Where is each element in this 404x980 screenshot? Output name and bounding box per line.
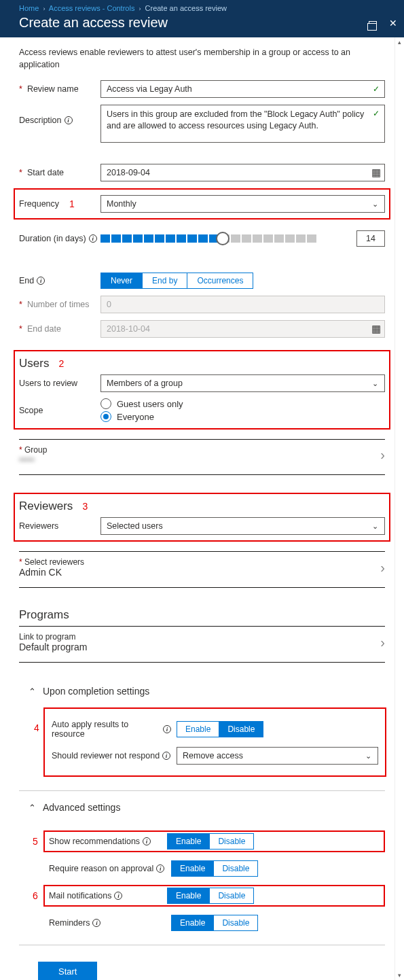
users-to-review-label: Users to review [19, 379, 77, 388]
close-icon[interactable]: ✕ [389, 18, 397, 28]
description-input[interactable]: Users in this group are excluded from th… [100, 105, 385, 143]
end-occurrences-button[interactable]: Occurrences [187, 273, 253, 289]
show-rec-enable[interactable]: Enable [167, 833, 210, 850]
check-icon: ✓ [373, 109, 380, 118]
no-respond-label: Should reviewer not respond [52, 751, 160, 760]
chevron-right-icon: › [380, 447, 385, 463]
reminders-disable[interactable]: Disable [213, 915, 258, 931]
frequency-select[interactable]: Monthly [100, 195, 385, 213]
start-button[interactable]: Start [38, 962, 97, 980]
reviewers-select[interactable]: Selected users [100, 517, 385, 535]
breadcrumb-home[interactable]: Home [19, 4, 39, 12]
scroll-down-icon[interactable]: ▾ [397, 970, 403, 980]
scope-label: Scope [19, 406, 43, 415]
info-icon[interactable]: i [156, 864, 164, 873]
programs-heading: Programs [19, 608, 385, 622]
title-bar: Home › Access reviews - Controls › Creat… [0, 0, 404, 37]
start-date-label: Start date [27, 168, 64, 177]
chevron-up-icon: ⌃ [29, 686, 36, 697]
show-rec-disable[interactable]: Disable [209, 833, 254, 850]
mail-notif-disable[interactable]: Disable [209, 888, 254, 904]
info-icon[interactable]: i [92, 919, 100, 927]
breadcrumb-current: Create an access review [145, 4, 227, 12]
marker-4: 4 [34, 722, 46, 733]
calendar-icon[interactable]: ▦ [371, 167, 381, 179]
reviewers-heading: Reviewers [19, 500, 73, 512]
chevron-right-icon: › [380, 635, 385, 650]
select-reviewers-label: Select reviewers [24, 557, 84, 567]
select-reviewers-value: Admin CK [19, 567, 84, 578]
restore-icon[interactable] [359, 18, 377, 29]
mail-notif-enable[interactable]: Enable [167, 888, 210, 904]
end-endby-button[interactable]: End by [142, 273, 187, 289]
duration-value[interactable]: 14 [356, 230, 385, 247]
num-times-label: Number of times [27, 300, 90, 309]
users-to-review-select[interactable]: Members of a group [100, 374, 385, 392]
select-reviewers-nav[interactable]: * Select reviewers Admin CK › [19, 552, 385, 587]
req-reason-label: Require reason on approval [49, 864, 153, 873]
chevron-up-icon: ⌃ [29, 803, 36, 813]
form-content: Access reviews enable reviewers to attes… [0, 37, 404, 980]
advanced-heading: Advanced settings [43, 802, 120, 813]
completion-heading: Upon completion settings [43, 686, 149, 697]
check-icon: ✓ [373, 84, 380, 94]
scope-everyone-radio[interactable] [100, 411, 111, 422]
info-icon[interactable]: i [65, 116, 73, 124]
reminders-label: Reminders [49, 918, 90, 928]
info-icon[interactable]: i [114, 892, 122, 900]
advanced-settings-toggle[interactable]: ⌃ Advanced settings [19, 795, 385, 820]
req-reason-enable[interactable]: Enable [171, 860, 214, 877]
marker-5: 5 [33, 836, 45, 847]
scroll-up-icon[interactable]: ▴ [397, 37, 403, 47]
description-label: Description [19, 116, 62, 125]
info-icon[interactable]: i [163, 725, 171, 733]
annotation-box-6: Mail notifications i Enable Disable [43, 885, 385, 907]
reviewers-label: Reviewers [19, 521, 58, 531]
vertical-scrollbar[interactable]: ▴ ▾ [394, 37, 404, 980]
link-program-value: Default program [19, 642, 87, 652]
auto-apply-label: Auto apply results to resource [52, 720, 160, 739]
reminders-enable[interactable]: Enable [171, 915, 214, 931]
annotation-box-3: Reviewers 3 Reviewers Selected users ⌄ [14, 493, 390, 542]
marker-6: 6 [33, 890, 45, 901]
start-date-input[interactable] [100, 164, 385, 181]
frequency-label: Frequency [19, 199, 59, 209]
no-respond-select[interactable]: Remove access [177, 747, 378, 765]
marker-1: 1 [69, 198, 81, 209]
scope-everyone-label: Everyone [117, 412, 154, 422]
show-rec-label: Show recommendations [49, 837, 140, 846]
marker-2: 2 [59, 358, 71, 369]
info-icon[interactable]: i [89, 234, 97, 243]
annotation-box-5: Show recommendations i Enable Disable [43, 830, 385, 852]
req-reason-disable[interactable]: Disable [213, 860, 258, 877]
annotation-box-4: Auto apply results to resource i Enable … [43, 707, 386, 777]
review-name-input[interactable] [100, 80, 385, 98]
breadcrumb-mid[interactable]: Access reviews - Controls [49, 4, 135, 12]
link-program-label: Link to program [19, 632, 87, 642]
link-program-nav[interactable]: Link to program Default program › [19, 627, 385, 662]
page-title: Create an access review [19, 15, 168, 31]
end-date-input [100, 320, 385, 338]
completion-settings-toggle[interactable]: ⌃ Upon completion settings [19, 679, 385, 703]
marker-3: 3 [83, 501, 95, 512]
calendar-icon: ▦ [371, 323, 381, 335]
group-value: ••••• [19, 455, 47, 465]
scope-guest-radio[interactable] [100, 398, 111, 409]
users-heading: Users [19, 357, 49, 370]
group-label: Group [24, 445, 47, 455]
chevron-right-icon: › [380, 560, 385, 576]
end-label: End [19, 276, 34, 285]
info-icon[interactable]: i [162, 752, 170, 760]
group-nav[interactable]: * Group ••••• › [19, 440, 385, 474]
duration-slider[interactable] [100, 234, 348, 243]
annotation-box-1: Frequency 1 Monthly ⌄ [14, 188, 390, 220]
mail-notif-label: Mail notifications [49, 891, 111, 900]
info-icon[interactable]: i [37, 277, 45, 285]
info-icon[interactable]: i [143, 837, 151, 845]
auto-apply-disable[interactable]: Disable [219, 721, 263, 737]
scope-guest-label: Guest users only [117, 399, 183, 409]
breadcrumb: Home › Access reviews - Controls › Creat… [19, 1, 397, 15]
review-name-label: Review name [27, 84, 79, 94]
end-never-button[interactable]: Never [100, 273, 143, 289]
auto-apply-enable[interactable]: Enable [177, 721, 219, 737]
